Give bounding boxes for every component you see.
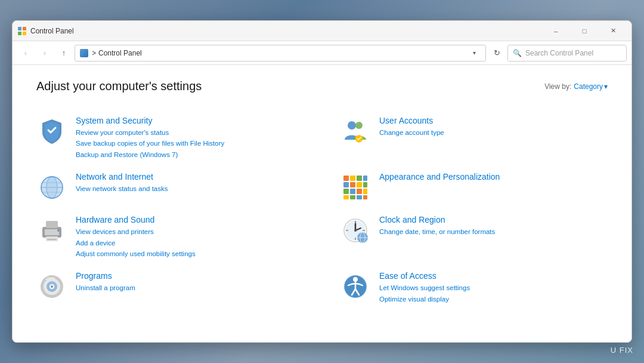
maximize-button[interactable]: □ [571, 22, 598, 40]
breadcrumb-separator: > [92, 49, 96, 57]
category-programs: Programs Uninstall a program [36, 265, 304, 310]
breadcrumb-icon [80, 49, 88, 57]
svg-rect-31 [45, 229, 59, 235]
svg-rect-0 [18, 27, 21, 30]
svg-rect-27 [350, 195, 355, 199]
page-title: Adjust your computer's settings [36, 79, 202, 93]
category-user-accounts: User Accounts Change account type [340, 110, 608, 166]
view-by-arrow: ▾ [604, 82, 608, 91]
svg-rect-24 [357, 189, 362, 194]
view-by-dropdown[interactable]: Category ▾ [574, 82, 608, 91]
svg-point-4 [348, 121, 356, 130]
svg-rect-35 [47, 239, 57, 240]
address-bar: ‹ › ↑ > Control Panel ▾ ↻ 🔍 Search Contr… [13, 41, 631, 65]
title-bar-text: Control Panel [30, 27, 542, 35]
search-placeholder: Search Control Panel [525, 49, 593, 57]
category-clock-region: Clock and Region Change date, time, or n… [340, 209, 608, 265]
system-security-text: System and Security Review your computer… [76, 116, 304, 160]
breadcrumb-text: Control Panel [98, 49, 142, 57]
svg-rect-20 [357, 182, 362, 187]
programs-text: Programs Uninstall a program [76, 271, 304, 293]
refresh-button[interactable]: ↻ [488, 45, 505, 61]
hardware-sound-link-3[interactable]: Adjust commonly used mobility settings [76, 248, 304, 259]
clock-region-icon [340, 215, 371, 246]
address-dropdown-button[interactable]: ▾ [467, 47, 481, 60]
user-accounts-title[interactable]: User Accounts [379, 116, 608, 125]
view-by-value-text: Category [574, 82, 603, 91]
network-internet-link-1[interactable]: View network status and tasks [76, 183, 304, 194]
svg-rect-23 [350, 189, 355, 194]
svg-rect-29 [363, 195, 367, 199]
hardware-sound-text: Hardware and Sound View devices and prin… [76, 215, 304, 259]
svg-point-44 [354, 229, 357, 232]
hardware-sound-link-2[interactable]: Add a device [76, 238, 304, 248]
user-accounts-icon [340, 116, 371, 147]
svg-point-13 [47, 177, 57, 198]
clock-region-title[interactable]: Clock and Region [379, 215, 608, 224]
network-internet-text: Network and Internet View network status… [76, 172, 304, 194]
network-internet-title[interactable]: Network and Internet [76, 172, 304, 182]
svg-rect-26 [343, 195, 349, 199]
programs-link-1[interactable]: Uninstall a program [76, 282, 304, 293]
ease-of-access-link-2[interactable]: Optimize visual display [379, 294, 608, 304]
svg-point-34 [57, 229, 60, 232]
category-ease-of-access: Ease of Access Let Windows suggest setti… [340, 265, 608, 310]
svg-rect-14 [343, 176, 349, 181]
control-panel-window: Control Panel – □ ✕ ‹ › ↑ > Control Pane… [12, 20, 632, 343]
ease-of-access-link-1[interactable]: Let Windows suggest settings [379, 282, 608, 293]
title-bar: Control Panel – □ ✕ [13, 21, 631, 41]
window-icon [17, 26, 27, 36]
svg-rect-3 [23, 32, 26, 35]
search-icon: 🔍 [513, 49, 522, 57]
programs-title[interactable]: Programs [76, 271, 304, 281]
address-input[interactable]: > Control Panel ▾ [75, 45, 486, 61]
breadcrumb: > Control Panel [92, 49, 464, 57]
svg-rect-2 [18, 32, 21, 35]
category-appearance: Appearance and Personalization [340, 166, 608, 209]
title-bar-controls: – □ ✕ [542, 22, 627, 40]
view-by-label: View by: [544, 82, 571, 91]
category-hardware-sound: Hardware and Sound View devices and prin… [36, 209, 304, 265]
svg-rect-28 [357, 195, 362, 199]
ease-of-access-text: Ease of Access Let Windows suggest setti… [379, 271, 608, 304]
categories-grid: System and Security Review your computer… [36, 110, 608, 310]
watermark: U FIX [611, 346, 633, 355]
search-box[interactable]: 🔍 Search Control Panel [507, 45, 627, 61]
clock-region-link-1[interactable]: Change date, time, or number formats [379, 226, 608, 237]
minimize-button[interactable]: – [542, 22, 569, 40]
svg-rect-15 [350, 176, 355, 181]
page-header: Adjust your computer's settings View by:… [36, 79, 608, 93]
category-system-security: System and Security Review your computer… [36, 110, 304, 166]
appearance-icon [340, 172, 371, 203]
ease-of-access-title[interactable]: Ease of Access [379, 271, 608, 281]
hardware-sound-title[interactable]: Hardware and Sound [76, 215, 304, 224]
hardware-sound-icon [36, 215, 67, 246]
programs-icon [36, 271, 67, 302]
svg-rect-17 [363, 176, 367, 181]
system-security-link-3[interactable]: Backup and Restore (Windows 7) [76, 149, 304, 160]
ease-of-access-icon [340, 271, 371, 302]
system-security-icon [36, 116, 67, 147]
close-button[interactable]: ✕ [599, 22, 627, 40]
svg-rect-32 [46, 221, 58, 228]
back-button[interactable]: ‹ [17, 45, 34, 61]
category-network-internet: Network and Internet View network status… [36, 166, 304, 209]
svg-rect-25 [363, 189, 367, 194]
user-accounts-link-1[interactable]: Change account type [379, 127, 608, 138]
appearance-title[interactable]: Appearance and Personalization [379, 172, 608, 182]
appearance-text: Appearance and Personalization [379, 172, 608, 183]
hardware-sound-link-1[interactable]: View devices and printers [76, 226, 304, 237]
network-internet-icon [36, 172, 67, 203]
system-security-link-2[interactable]: Save backup copies of your files with Fi… [76, 138, 304, 149]
forward-button[interactable]: › [36, 45, 53, 61]
svg-rect-21 [363, 182, 367, 187]
svg-point-5 [355, 122, 363, 129]
system-security-title[interactable]: System and Security [76, 116, 304, 125]
up-button[interactable]: ↑ [55, 45, 72, 61]
system-security-link-1[interactable]: Review your computer's status [76, 127, 304, 138]
svg-point-52 [51, 285, 53, 288]
clock-region-text: Clock and Region Change date, time, or n… [379, 215, 608, 237]
svg-rect-18 [343, 182, 349, 187]
main-content: Adjust your computer's settings View by:… [13, 65, 631, 342]
svg-rect-19 [350, 182, 355, 187]
